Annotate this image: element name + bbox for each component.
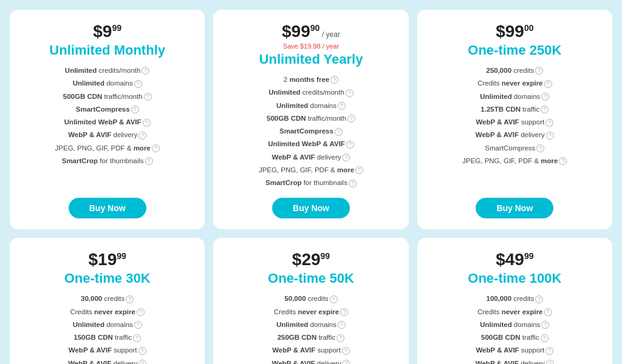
info-icon[interactable]: ? [330,76,338,84]
price-sup: 99 [112,23,121,33]
price-main: $9900 [496,22,533,41]
price-display: $4999 [496,250,533,269]
info-icon[interactable]: ? [137,308,145,316]
info-icon[interactable]: ? [126,295,134,303]
feature-item: Credits never expire? [462,306,567,318]
info-icon[interactable]: ? [335,128,343,136]
info-icon[interactable]: ? [544,308,552,316]
info-icon[interactable]: ? [535,67,543,75]
price-sup: 99 [524,251,534,261]
info-icon[interactable]: ? [346,89,354,97]
info-icon[interactable]: ? [134,321,142,329]
info-icon[interactable]: ? [338,102,346,110]
card-unlimited-yearly: $9990 / year Save $19.98 / year Unlimite… [213,10,408,229]
feature-item: WebP & AVIF delivery? [462,129,567,141]
info-icon[interactable]: ? [535,295,543,303]
price-main: $9990 [282,22,320,41]
feature-item: Credits never expire? [462,77,567,90]
price-sup: 99 [321,251,330,261]
price-display: $9900 [496,22,533,41]
price-main: $4999 [496,250,533,269]
features-list: 250,000 credits?Credits never expire?Unl… [462,64,567,189]
card-unlimited-monthly: $999 Unlimited Monthly Unlimited credits… [10,10,205,229]
info-icon[interactable]: ? [142,67,149,75]
feature-item: Unlimited WebP & AVIF? [259,138,363,150]
feature-item: Unlimited domains? [259,99,363,112]
info-icon[interactable]: ? [342,347,350,355]
feature-item: 500GB CDN traffic/month? [259,112,363,125]
plan-title: One-time 30K [64,271,151,286]
pricing-grid: $999 Unlimited Monthly Unlimited credits… [10,10,612,364]
info-icon[interactable]: ? [337,334,344,342]
feature-item: Credits never expire? [259,306,363,318]
info-icon[interactable]: ? [536,144,544,152]
feature-item: SmartCompress? [259,125,363,138]
feature-item: WebP & AVIF support? [55,344,160,357]
info-icon[interactable]: ? [545,119,553,127]
feature-item: SmartCompress? [462,142,567,155]
buy-button[interactable]: Buy Now [272,198,350,218]
feature-item: 1.25TB CDN traffic? [462,103,567,116]
feature-item: SmartCrop for thumbnails? [259,177,363,189]
buy-button[interactable]: Buy Now [476,198,553,218]
feature-item: 250GB CDN traffic? [259,331,363,344]
price-main: $2999 [292,250,330,269]
feature-item: 500GB CDN traffic/month? [55,90,160,103]
plan-title: One-time 50K [268,271,354,286]
feature-item: 2 months free? [259,73,363,86]
card-onetime-250k: $9900 One-time 250K 250,000 credits?Cred… [417,10,612,229]
plan-title: One-time 250K [468,42,561,58]
info-icon[interactable]: ? [152,144,160,152]
feature-item: WebP & AVIF delivery? [55,357,160,364]
feature-item: WebP & AVIF support? [462,116,567,129]
info-icon[interactable]: ? [138,360,146,364]
price-sup: 90 [310,23,320,33]
price-display: $2999 [292,250,330,269]
info-icon[interactable]: ? [145,157,153,165]
info-icon[interactable]: ? [541,106,549,113]
info-icon[interactable]: ? [346,141,354,149]
price-main: $999 [93,22,121,41]
info-icon[interactable]: ? [545,347,553,355]
info-icon[interactable]: ? [338,321,346,329]
info-icon[interactable]: ? [143,119,151,127]
feature-item: 50,000 credits? [259,292,363,305]
feature-item: Unlimited domains? [462,318,567,331]
feature-item: Unlimited domains? [55,318,160,331]
info-icon[interactable]: ? [144,93,152,101]
info-icon[interactable]: ? [541,321,549,329]
feature-item: JPEG, PNG, GIF, PDF & more? [462,155,567,167]
info-icon[interactable]: ? [134,80,142,88]
info-icon[interactable]: ? [138,347,146,355]
features-list: 100,000 credits?Credits never expire?Unl… [462,292,567,364]
info-icon[interactable]: ? [330,295,338,303]
info-icon[interactable]: ? [131,106,139,113]
info-icon[interactable]: ? [342,360,350,364]
buy-button[interactable]: Buy Now [69,198,146,218]
price-display: $1999 [89,250,126,269]
info-icon[interactable]: ? [541,93,549,101]
info-icon[interactable]: ? [546,132,554,140]
info-icon[interactable]: ? [546,360,554,364]
price-display: $999 [93,22,121,41]
features-list: Unlimited credits/month?Unlimited domain… [55,64,160,189]
feature-item: JPEG, PNG, GIF, PDF & more? [55,142,160,155]
info-icon[interactable]: ? [355,166,363,174]
info-icon[interactable]: ? [138,132,146,140]
plan-title: Unlimited Monthly [49,42,165,58]
info-icon[interactable]: ? [559,157,567,165]
info-icon[interactable]: ? [544,80,552,88]
feature-item: WebP & AVIF delivery? [462,357,567,364]
feature-item: SmartCrop for thumbnails? [55,155,160,167]
feature-item: WebP & AVIF support? [259,344,363,357]
info-icon[interactable]: ? [541,334,549,342]
info-icon[interactable]: ? [340,308,348,316]
feature-item: 100,000 credits? [462,292,567,305]
feature-item: Unlimited domains? [462,90,567,103]
features-list: 50,000 credits?Credits never expire?Unli… [259,292,363,364]
info-icon[interactable]: ? [342,153,350,161]
info-icon[interactable]: ? [349,180,357,187]
info-icon[interactable]: ? [347,115,355,123]
info-icon[interactable]: ? [133,334,141,342]
save-text: Save $19.98 / year [283,42,339,50]
